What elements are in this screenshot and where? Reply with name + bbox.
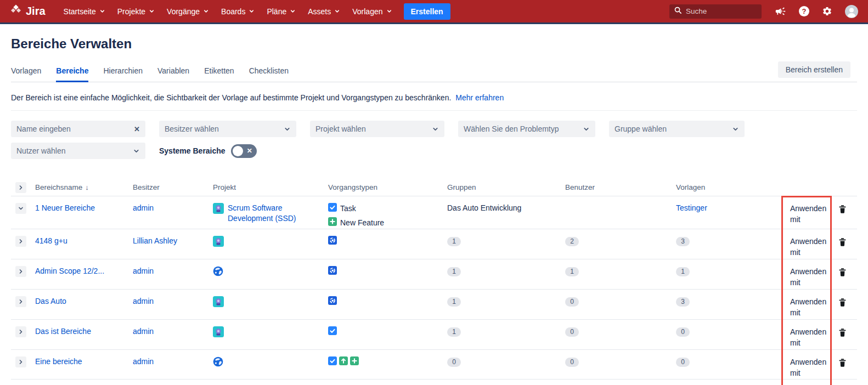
toggle-knob (233, 146, 243, 156)
row-expand-toggle[interactable] (15, 203, 26, 214)
delete-scope-button[interactable] (837, 267, 848, 280)
megaphone-icon[interactable] (775, 5, 786, 17)
column-header-benutzer[interactable]: Benutzer (565, 183, 676, 191)
owner-link[interactable]: Lillian Ashley (133, 236, 177, 246)
scope-name-link[interactable]: Eine bereiche (35, 356, 82, 367)
owner-link[interactable]: admin (133, 266, 154, 276)
task-icon (328, 356, 337, 367)
templates-count-badge: 1 (676, 267, 690, 276)
scope-name-link[interactable]: 4148 g+u (35, 236, 67, 246)
user-filter-select[interactable]: Nutzer wählen (11, 143, 145, 159)
chevron-down-icon (432, 126, 439, 133)
apply-with-link[interactable]: Anwenden mit (781, 203, 830, 225)
groups-count-badge: 1 (447, 327, 461, 337)
owner-link[interactable]: admin (133, 296, 154, 307)
search-box[interactable] (669, 4, 762, 19)
nav-item-vorgänge[interactable]: Vorgänge (161, 7, 215, 16)
name-filter-input[interactable] (16, 124, 129, 133)
tab-hierarchien[interactable]: Hierarchien (103, 66, 143, 82)
expand-all-toggle[interactable] (15, 182, 26, 193)
project-filter-select[interactable]: Projekt wählen (310, 121, 444, 137)
templates-count-badge: 0 (676, 358, 690, 367)
delete-scope-button[interactable] (837, 327, 848, 341)
globe-type-icon (328, 296, 337, 307)
row-expand-toggle[interactable] (15, 326, 26, 337)
nav-item-vorlagen[interactable]: Vorlagen (346, 7, 398, 16)
nav-item-boards[interactable]: Boards (215, 7, 261, 16)
nav-item-label: Projekte (117, 7, 145, 16)
user-filter-label: Nutzer wählen (16, 146, 66, 155)
scope-name-link[interactable]: Admin Scope 12/2... (35, 266, 104, 276)
chevron-down-icon (203, 7, 209, 16)
column-header-gruppen[interactable]: Gruppen (447, 183, 565, 191)
apply-with-link[interactable]: Anwenden mit (781, 356, 830, 378)
tab-checklisten[interactable]: Checklisten (249, 66, 289, 82)
nav-item-label: Assets (308, 7, 331, 16)
jira-logo-text: Jira (26, 5, 46, 18)
tab-bar: VorlagenBereicheHierarchienVariablenEtik… (11, 66, 857, 82)
delete-scope-button[interactable] (837, 236, 848, 250)
project-link[interactable]: Scrum Software Development (SSD) (228, 203, 310, 224)
nav-icon-group: ? (775, 5, 858, 18)
jira-logo-icon (10, 4, 22, 19)
row-expand-toggle[interactable] (15, 356, 26, 367)
gear-icon[interactable] (822, 6, 832, 16)
apply-with-link[interactable]: Anwenden mit (781, 236, 830, 258)
column-header-besitzer[interactable]: Besitzer (133, 183, 213, 191)
tab-vorlagen[interactable]: Vorlagen (11, 66, 41, 82)
scopes-table: Bereichsname ↓ Besitzer Projekt Vorgangs… (11, 179, 857, 380)
owner-link[interactable]: admin (133, 356, 154, 367)
column-header-projekt[interactable]: Projekt (213, 183, 328, 191)
nav-item-assets[interactable]: Assets (302, 7, 346, 16)
jira-logo[interactable]: Jira (10, 4, 46, 19)
scope-name-link[interactable]: 1 Neuer Bereiche (35, 203, 95, 213)
globe-project-avatar (213, 266, 223, 279)
owner-filter-select[interactable]: Besitzer wählen (159, 121, 296, 137)
issuetype-filter-select[interactable]: Wählen Sie den Problemtyp (458, 121, 595, 137)
search-input[interactable] (686, 7, 752, 15)
column-header-bereichsname[interactable]: Bereichsname ↓ (35, 183, 133, 191)
name-filter[interactable]: ✕ (11, 121, 145, 137)
scope-name-link[interactable]: Das ist Bereiche (35, 326, 91, 337)
column-header-vorgangstypen[interactable]: Vorgangstypen (328, 183, 447, 191)
system-scopes-toggle[interactable]: ✕ (231, 144, 257, 158)
help-icon[interactable]: ? (799, 6, 809, 16)
task-icon (328, 203, 337, 213)
templates-count-badge: 3 (676, 297, 690, 307)
nav-item-startseite[interactable]: Startseite (58, 7, 111, 16)
avatar[interactable] (845, 5, 858, 18)
clear-name-filter-icon[interactable]: ✕ (129, 125, 140, 133)
table-row: Eine bereicheadmin000Anwenden mit (11, 349, 857, 380)
issue-type-label: New Feature (340, 218, 384, 227)
scope-name-link[interactable]: Das Auto (35, 296, 66, 307)
delete-scope-button[interactable] (837, 203, 848, 217)
apply-with-link[interactable]: Anwenden mit (781, 266, 830, 288)
delete-scope-button[interactable] (837, 297, 848, 310)
page-title: Bereiche Verwalten (11, 36, 857, 52)
tab-bereiche[interactable]: Bereiche (56, 66, 88, 82)
owner-link[interactable]: admin (133, 326, 154, 337)
templates-link[interactable]: Testinger (676, 203, 707, 213)
table-body: 1 Neuer BereicheadminScrum Software Deve… (11, 196, 857, 380)
create-scope-button[interactable]: Bereich erstellen (778, 61, 850, 78)
create-button[interactable]: Erstellen (404, 3, 450, 20)
delete-scope-button[interactable] (837, 357, 848, 371)
apply-with-link[interactable]: Anwenden mit (781, 296, 830, 318)
row-expand-toggle[interactable] (15, 266, 26, 277)
apply-with-link[interactable]: Anwenden mit (781, 326, 830, 348)
issue-type: Task (328, 203, 447, 213)
group-filter-select[interactable]: Gruppe wählen (609, 121, 745, 137)
nav-item-projekte[interactable]: Projekte (111, 7, 161, 16)
tab-etiketten[interactable]: Etiketten (204, 66, 234, 82)
learn-more-link[interactable]: Mehr erfahren (455, 93, 504, 102)
column-header-vorlagen[interactable]: Vorlagen (676, 183, 781, 191)
owner-link[interactable]: admin (133, 203, 154, 213)
row-expand-toggle[interactable] (15, 236, 26, 247)
nav-item-pläne[interactable]: Pläne (261, 7, 302, 16)
owner-filter-label: Besitzer wählen (165, 124, 219, 133)
table-row: Das ist Bereicheadmin100Anwenden mit (11, 319, 857, 349)
row-expand-toggle[interactable] (15, 296, 26, 307)
globe-project-avatar (213, 356, 223, 369)
tab-variablen[interactable]: Variablen (157, 66, 189, 82)
nav-item-label: Startseite (64, 7, 96, 16)
